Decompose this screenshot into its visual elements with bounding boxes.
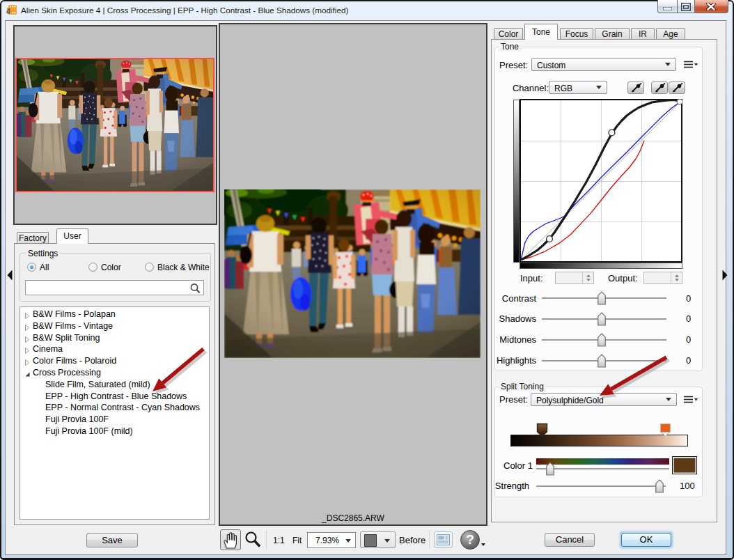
svg-text:4: 4 bbox=[6, 7, 11, 15]
